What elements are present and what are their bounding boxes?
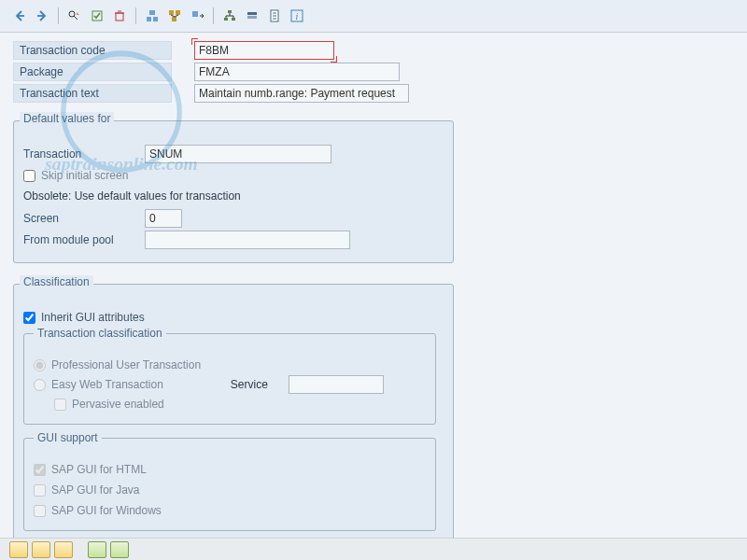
field-transaction-text[interactable]: Maintain numb.range: Payment request <box>194 84 409 103</box>
svg-rect-13 <box>247 12 257 15</box>
row-package: Package FMZA <box>13 62 734 82</box>
easy-web-label: Easy Web Transaction <box>51 378 163 391</box>
label-from-module-pool: From module pool <box>23 233 145 246</box>
pervasive-input[interactable] <box>54 399 66 411</box>
field-service[interactable] <box>289 375 384 394</box>
inner-title-tc: Transaction classification <box>34 327 166 340</box>
svg-rect-6 <box>169 10 174 15</box>
document-icon[interactable] <box>266 7 283 24</box>
gui-windows-label: SAP GUI for Windows <box>51 504 162 517</box>
professional-radio-input[interactable] <box>34 359 46 371</box>
toolbar-separator <box>135 7 136 24</box>
cut-icon[interactable] <box>9 541 28 558</box>
checkbox-skip-initial[interactable]: Skip initial screen <box>23 165 444 186</box>
svg-rect-10 <box>228 10 232 13</box>
inner-group-gui-support: GUI support SAP GUI for HTML SAP GUI for… <box>23 438 436 531</box>
label-transaction-code: Transaction code <box>13 41 172 60</box>
main-content: Transaction code F8BM Package FMZA Trans… <box>0 33 747 543</box>
svg-rect-5 <box>153 17 158 21</box>
checkbox-gui-html[interactable]: SAP GUI for HTML <box>34 459 426 480</box>
back-arrow-icon[interactable] <box>11 7 28 24</box>
group-title-classification: Classification <box>20 275 93 288</box>
display-toggle-icon[interactable] <box>66 7 83 24</box>
delete-icon[interactable] <box>111 7 128 24</box>
group-default-values: Default values for Transaction SNUM Skip… <box>13 120 454 263</box>
professional-label: Professional User Transaction <box>51 358 201 371</box>
copy-icon[interactable] <box>32 541 50 558</box>
checkbox-gui-windows[interactable]: SAP GUI for Windows <box>34 500 426 521</box>
radio-professional-user[interactable]: Professional User Transaction <box>34 355 426 375</box>
inner-group-transaction-classification: Transaction classification Professional … <box>23 333 436 425</box>
check-icon[interactable] <box>89 7 106 24</box>
inner-title-gui: GUI support <box>34 431 102 444</box>
svg-text:i: i <box>296 11 299 21</box>
svg-rect-8 <box>172 17 176 21</box>
row-default-transaction: Transaction SNUM <box>23 144 444 164</box>
svg-rect-9 <box>192 11 198 17</box>
svg-rect-4 <box>147 17 151 21</box>
gui-java-input[interactable] <box>34 484 46 497</box>
gui-windows-input[interactable] <box>34 505 46 517</box>
gui-java-label: SAP GUI for Java <box>51 483 139 497</box>
radio-easy-web[interactable]: Easy Web Transaction <box>34 374 163 395</box>
gui-html-label: SAP GUI for HTML <box>51 463 147 476</box>
field-package[interactable]: FMZA <box>194 63 400 81</box>
row-transaction-code: Transaction code F8BM <box>13 40 734 61</box>
info-icon[interactable]: i <box>289 7 305 24</box>
group-classification: Classification Inherit GUI attributes Tr… <box>13 284 454 543</box>
row-screen: Screen 0 <box>23 208 444 229</box>
checkbox-inherit-gui[interactable]: Inherit GUI attributes <box>23 307 444 328</box>
svg-rect-3 <box>149 10 155 15</box>
skip-initial-input[interactable] <box>23 170 35 182</box>
stack-icon[interactable] <box>244 7 261 24</box>
paste-icon[interactable] <box>54 541 73 558</box>
delete-row-icon[interactable] <box>110 541 129 558</box>
label-screen: Screen <box>23 212 145 225</box>
gui-html-input[interactable] <box>34 464 46 476</box>
label-default-transaction: Transaction <box>23 147 145 161</box>
obsolete-note: Obsolete: Use default values for transac… <box>23 189 444 203</box>
field-default-transaction[interactable]: SNUM <box>145 145 331 163</box>
inherit-gui-label: Inherit GUI attributes <box>41 311 145 324</box>
svg-rect-14 <box>247 16 257 19</box>
label-package: Package <box>13 63 172 81</box>
svg-rect-12 <box>232 18 235 21</box>
group-title-defaults: Default values for <box>20 112 114 125</box>
where-used-icon[interactable] <box>166 7 183 24</box>
toolbar-separator <box>213 7 214 24</box>
checkbox-gui-java[interactable]: SAP GUI for Java <box>34 480 426 500</box>
svg-rect-11 <box>224 18 228 21</box>
svg-rect-2 <box>116 13 123 21</box>
toolbar-separator <box>58 7 59 24</box>
field-screen[interactable]: 0 <box>145 209 182 228</box>
skip-initial-label: Skip initial screen <box>41 169 128 182</box>
field-transaction-code[interactable]: F8BM <box>194 41 334 60</box>
pervasive-label: Pervasive enabled <box>72 398 164 411</box>
test-icon[interactable] <box>144 7 161 24</box>
other-object-icon[interactable] <box>189 7 205 24</box>
checkbox-pervasive[interactable]: Pervasive enabled <box>34 394 426 414</box>
label-service: Service <box>231 378 277 391</box>
forward-arrow-icon[interactable] <box>34 7 50 24</box>
bottom-toolbar <box>0 538 747 560</box>
inherit-gui-input[interactable] <box>23 312 35 324</box>
insert-icon[interactable] <box>88 541 106 558</box>
field-from-module-pool[interactable] <box>145 231 350 249</box>
hierarchy-icon[interactable] <box>221 7 238 24</box>
svg-rect-7 <box>176 10 180 15</box>
row-easy-web: Easy Web Transaction Service <box>34 375 426 394</box>
row-from-module-pool: From module pool <box>23 230 444 250</box>
row-transaction-text: Transaction text Maintain numb.range: Pa… <box>13 83 734 104</box>
label-transaction-text: Transaction text <box>13 84 172 103</box>
easy-web-radio-input[interactable] <box>34 379 46 391</box>
app-toolbar: i <box>0 0 747 33</box>
